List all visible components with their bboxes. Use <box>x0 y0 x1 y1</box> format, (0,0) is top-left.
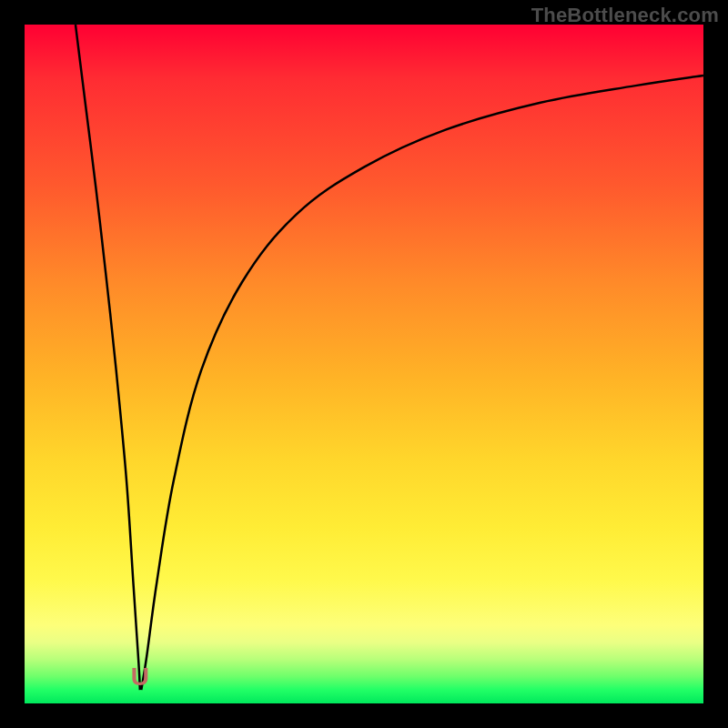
right-branch-path <box>141 76 703 690</box>
minimum-marker: U <box>130 666 150 690</box>
curve-svg <box>25 25 703 703</box>
left-branch-path <box>76 25 140 690</box>
watermark-text: TheBottleneck.com <box>531 4 719 27</box>
plot-area: U <box>25 25 703 703</box>
chart-frame: U TheBottleneck.com <box>0 0 728 728</box>
